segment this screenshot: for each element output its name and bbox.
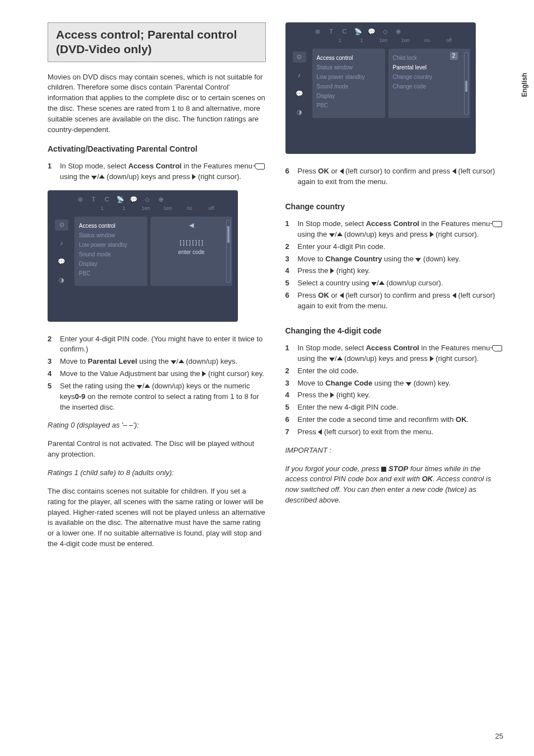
ss-side-icon: ◑: [293, 107, 306, 118]
tab-icon: ⊚: [74, 196, 86, 204]
rating-badge: 2: [450, 52, 458, 60]
ss-side-icon: ⊙: [55, 219, 68, 231]
ss-side-icon: 💬: [293, 88, 306, 100]
ss-menu-left: Access control Status window Low power s…: [312, 49, 385, 118]
ss-side-icon: ⊙: [293, 51, 306, 63]
page-number: 25: [495, 731, 503, 742]
ss-side-icon: ◑: [55, 275, 68, 286]
ss-side-icon: ♪: [293, 70, 306, 81]
section-change-code-heading: Changing the 4-digit code: [285, 325, 504, 336]
tab-icon: ◇: [142, 196, 153, 204]
steps-activating-cont: 2Enter your 4-digit PIN code. (You might…: [48, 334, 266, 413]
important-body: If you forgot your code, press STOP four…: [285, 464, 504, 506]
tab-icon: ⊕: [155, 196, 166, 204]
page-title: Access control; Parental control (DVD-Vi…: [56, 27, 257, 57]
tab-icon: T: [326, 28, 337, 36]
steps-change-country: 1 In Stop mode, select Access Control in…: [285, 219, 504, 312]
steps-change-code: 1 In Stop mode, select Access Control in…: [285, 343, 504, 438]
left-column: Access control; Parental control (DVD-Vi…: [48, 22, 266, 557]
intro-text: Movies on DVD discs may contain scenes, …: [48, 72, 266, 135]
ss-side-icon: ♪: [55, 238, 68, 249]
screenshot-enter-code: ⊚ T C 📡 💬 ◇ ⊕ 1 1 1en 1en no off ⊙ ♪: [48, 190, 238, 322]
important-heading: IMPORTANT :: [285, 445, 504, 456]
rating0-heading: Rating 0 (displayed as '– –'):: [48, 420, 266, 431]
tab-icon: ⊚: [312, 28, 324, 36]
ss-menu-right: Child lock Parental level Change country…: [388, 49, 470, 118]
ss-menu-right: ◀ [ ] [ ] [ ] [ ] enter code: [151, 217, 232, 286]
tab-icon: 💬: [366, 28, 377, 36]
language-sidebar: English: [520, 73, 530, 97]
ss-side-icon: 💬: [55, 256, 68, 267]
tab-icon: C: [101, 196, 113, 204]
features-icon: [255, 163, 265, 170]
rating1-heading: Ratings 1 (child safe) to 8 (adults only…: [48, 468, 266, 478]
steps-confirm: 6 Press OK or (left cursor) to confirm a…: [285, 166, 504, 187]
tab-icon: 📡: [115, 196, 126, 204]
tab-icon: ⊕: [393, 28, 404, 36]
features-icon: [492, 221, 502, 227]
ss-menu-left: Access control Status window Low power s…: [74, 217, 147, 286]
section-activating-heading: Activating/Deactivating Parental Control: [48, 143, 266, 154]
section-change-country-heading: Change country: [285, 201, 504, 212]
tab-icon: ◇: [380, 28, 391, 36]
title-box: Access control; Parental control (DVD-Vi…: [48, 22, 266, 62]
tab-icon: 📡: [353, 28, 364, 36]
right-column: ⊚ T C 📡 💬 ◇ ⊕ 1 1 1en 1en no off ⊙ ♪: [285, 22, 504, 557]
tab-icon: C: [339, 28, 350, 36]
tab-icon: T: [88, 196, 99, 204]
steps-activating: 1 In Stop mode, select Access Control in…: [48, 161, 266, 182]
features-icon: [492, 345, 502, 351]
rating1-body: The disc contains scenes not suitable fo…: [48, 486, 266, 550]
rating0-body: Parental Control is not activated. The D…: [48, 439, 266, 460]
screenshot-parental-level: ⊚ T C 📡 💬 ◇ ⊕ 1 1 1en 1en no off ⊙ ♪: [285, 22, 476, 154]
tab-icon: 💬: [128, 196, 139, 204]
